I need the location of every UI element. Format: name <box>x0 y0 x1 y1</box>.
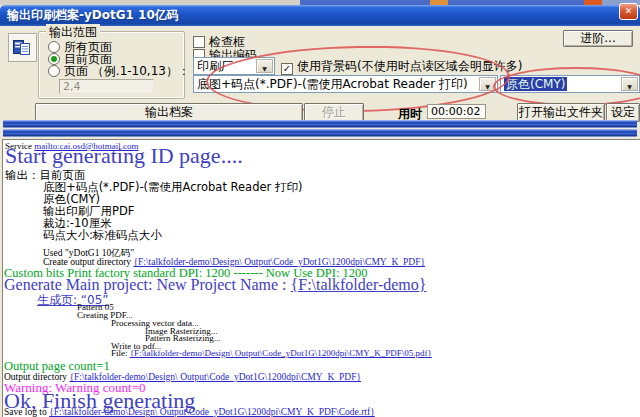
generate-prefix: Generate Main project: New Project Name … <box>4 276 291 293</box>
chevron-down-icon: ▼ <box>627 83 632 90</box>
output-format-dropdown[interactable]: 底图+码点(*.PDF)-(需使用Acrobat Reader 打印) ▼ <box>193 75 498 93</box>
chevron-down-icon: ▼ <box>262 65 267 72</box>
output-range-legend: 输出范围 <box>46 24 100 41</box>
close-icon: ✕ <box>625 6 633 16</box>
page-range-input[interactable]: 2,4 <box>59 79 154 94</box>
background-code-checkbox[interactable]: ✓使用背景码(不使用时点读区域会明显许多) <box>281 60 522 75</box>
log-output-area[interactable]: Service mailto:cai.osd@hotmail.com Start… <box>2 139 640 417</box>
project-folder-link[interactable]: {F:\talkfolder-demo} <box>291 276 427 293</box>
radio-page-range-label: 页面 （例.1-10,13）： <box>64 64 190 78</box>
elapsed-time-value: 00:00:02 <box>427 104 486 119</box>
log-file-line: File: {F:\talkfolder-demo\Design\ Output… <box>111 348 432 358</box>
file-prefix: File: <box>111 348 130 358</box>
log-start-heading: Start generating ID page.... <box>5 143 243 169</box>
progress-bar-bottom <box>3 129 637 137</box>
log-savelog-line: Save log to {F:\talkfolder-demo\Design\ … <box>4 407 375 417</box>
log-file-link[interactable]: {F:\talkfolder-demo\Design\ Output\Code_… <box>49 407 375 417</box>
background-code-label: 使用背景码(不使用时点读区域会明显许多) <box>297 59 522 73</box>
output-pdf-file-link[interactable]: {F:\talkfolder-demo\Design\ Output\Code_… <box>130 348 432 358</box>
checkbox-icon <box>193 36 205 48</box>
output-range-group: 输出范围 所有页面 目前页面 页面 （例.1-10,13）： 2,4 <box>38 31 185 99</box>
radio-icon <box>48 65 60 77</box>
radio-page-range[interactable]: 页面 （例.1-10,13）： <box>48 65 190 77</box>
progress-bar-top <box>3 120 637 128</box>
output-print-dialog: 输出印刷档案-yDotG1 10亿码 ✕ 输出范围 所有页面 目前页面 <box>0 0 640 417</box>
check-frame-label: 检查框 <box>209 35 245 49</box>
radio-selected-icon <box>48 53 60 65</box>
output-format-value: 底图+码点(*.PDF)-(需使用Acrobat Reader 打印) <box>197 77 468 91</box>
dropdown-button[interactable]: ▼ <box>479 77 496 91</box>
log-detail-line: 码点大小:标准码点大小 <box>43 228 162 243</box>
window-title: 输出印刷档案-yDotG1 10亿码 <box>7 5 179 26</box>
output-preview-button[interactable] <box>8 33 37 62</box>
close-button[interactable]: ✕ <box>619 3 638 20</box>
printer-dropdown[interactable]: 印刷厂 ▼ <box>193 57 275 75</box>
dropdown-button[interactable]: ▼ <box>621 77 638 91</box>
checkmark-icon: ✓ <box>281 63 293 75</box>
dropdown-button[interactable]: ▼ <box>256 59 273 73</box>
check-frame-checkbox[interactable]: 检查框 <box>193 36 245 48</box>
savelog-prefix: Save log to <box>4 407 49 417</box>
title-bar[interactable]: 输出印刷档案-yDotG1 10亿码 <box>0 5 640 26</box>
color-mode-dropdown[interactable]: 原色(CMY) ▼ <box>500 75 640 93</box>
radio-icon <box>48 41 60 53</box>
chevron-down-icon: ▼ <box>485 83 490 90</box>
color-mode-value: 原色(CMY) <box>504 77 567 91</box>
printer-dropdown-value: 印刷厂 <box>197 59 233 73</box>
advanced-button[interactable]: 进阶... <box>563 30 633 47</box>
